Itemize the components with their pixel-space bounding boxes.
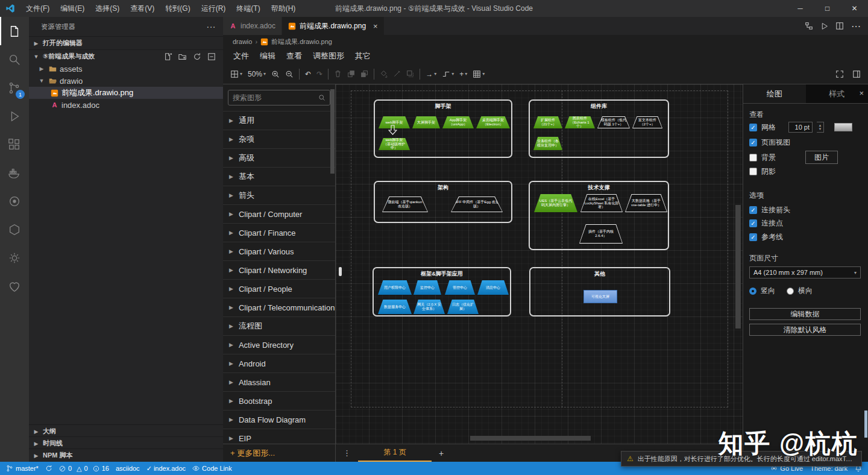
- shape-category[interactable]: ▶ Android: [223, 354, 335, 373]
- code-link-item[interactable]: Code Link: [192, 465, 232, 472]
- new-folder-icon[interactable]: [178, 52, 187, 61]
- shape-category[interactable]: ▶ 杂项: [223, 130, 335, 148]
- shape-category[interactable]: ▶ Active Directory: [223, 335, 335, 354]
- zoom-out-icon[interactable]: [285, 70, 294, 78]
- drawio-menu-item[interactable]: 查看: [281, 49, 307, 63]
- tab-index-adoc[interactable]: A index.adoc: [223, 17, 282, 35]
- menu-item[interactable]: 转到(G): [160, 0, 195, 17]
- clear-default-style-button[interactable]: 清除默认风格: [749, 324, 861, 336]
- diagram-shape[interactable]: 模板组件（低代码版 1个+）: [597, 116, 630, 128]
- diagram-shape[interactable]: 富文本组件（2个+）: [632, 116, 662, 128]
- diagram-shape[interactable]: App脚手架（uniApp）: [442, 116, 474, 128]
- gitlens-icon[interactable]: [0, 272, 29, 300]
- close-icon[interactable]: ✕: [841, 0, 868, 17]
- tree-item-index-adoc[interactable]: A index.adoc: [29, 99, 223, 111]
- portrait-radio[interactable]: [749, 288, 756, 295]
- shapes-scrollbar[interactable]: [330, 89, 335, 174]
- canvas-vertical-scrollbar[interactable]: [735, 205, 741, 329]
- drawio-toggle-icon[interactable]: [805, 22, 813, 30]
- npm-scripts-section[interactable]: ▶ NPM 脚本: [29, 448, 223, 462]
- add-page-icon[interactable]: +: [439, 448, 444, 458]
- shape-category[interactable]: ▶ EIP: [223, 429, 335, 444]
- panel-collapse-handle[interactable]: [339, 267, 342, 276]
- workspace-section[interactable]: ▼ ⑤前端成果与成效: [29, 49, 223, 63]
- shape-category[interactable]: ▶ Atlassian: [223, 373, 335, 391]
- minimize-icon[interactable]: ─: [787, 0, 814, 17]
- diagram-shape[interactable]: 在线Excel（基于LuckySheet 私有化部署）: [580, 194, 623, 212]
- shape-category[interactable]: ▶ Clipart / People: [223, 279, 335, 298]
- page-tab-1[interactable]: 第 1 页: [358, 444, 432, 462]
- background-image-button[interactable]: 图片: [805, 151, 838, 164]
- git-branch-item[interactable]: master*: [6, 465, 39, 472]
- menu-item[interactable]: 文件(F): [20, 0, 55, 17]
- tree-item-assets[interactable]: ▶ assets: [29, 63, 223, 75]
- outline-section[interactable]: ▶ 大纲: [29, 424, 223, 438]
- diagram-shape[interactable]: 监控中心: [414, 280, 441, 295]
- toggle-format-panel-icon[interactable]: [852, 70, 861, 78]
- diagram-shape[interactable]: 日志（优化扩展）: [447, 300, 479, 314]
- maximize-icon[interactable]: □: [814, 0, 841, 17]
- more-shapes-button[interactable]: + 更多图形...: [223, 444, 336, 462]
- grid-checkbox[interactable]: ✓: [749, 124, 757, 131]
- diagram-shape[interactable]: 业务组件（各模块复用中）: [533, 137, 562, 150]
- page-view-checkbox[interactable]: ✓: [749, 139, 757, 146]
- canvas-horizontal-scrollbar[interactable]: [470, 436, 591, 441]
- diagram-shape[interactable]: 扩展组件（21个+）: [533, 116, 562, 128]
- background-checkbox[interactable]: [749, 154, 757, 162]
- drawio-menu-item[interactable]: 文件: [228, 49, 254, 63]
- zoom-dropdown[interactable]: 50%▾: [248, 70, 266, 78]
- insert-icon[interactable]: +▾: [459, 70, 467, 78]
- table-icon[interactable]: ▾: [473, 70, 485, 78]
- tree-item-drawio-png[interactable]: 前端成果.drawio.png: [29, 87, 223, 99]
- shape-category[interactable]: ▶ 高级: [223, 148, 335, 167]
- shape-category[interactable]: ▶ Clipart / Telecommunication: [223, 298, 335, 316]
- connection-style-icon[interactable]: →▾: [426, 70, 436, 78]
- shape-category[interactable]: ▶ Clipart / Finance: [223, 223, 335, 242]
- drawio-menu-item[interactable]: 调整图形: [307, 49, 350, 63]
- shape-category[interactable]: ▶ Data Flow Diagram: [223, 410, 335, 429]
- shape-search-input[interactable]: [233, 93, 318, 102]
- view-grid-icon[interactable]: ▾: [230, 70, 242, 78]
- menu-item[interactable]: 查看(V): [125, 0, 160, 17]
- diagram-shape[interactable]: 大屏脚手架: [412, 116, 440, 128]
- tab-drawio-png[interactable]: 前端成果.drawio.png ×: [282, 17, 385, 35]
- menu-item[interactable]: 编辑(E): [55, 0, 90, 17]
- tab-diagram[interactable]: 绘图: [743, 84, 806, 103]
- menu-item[interactable]: 帮助(H): [266, 0, 301, 17]
- more-actions-icon[interactable]: ⋯: [851, 20, 861, 32]
- tree-item-drawio[interactable]: ▼ drawio: [29, 75, 223, 87]
- split-editor-icon[interactable]: [835, 22, 844, 30]
- diagram-group-components[interactable]: 组件库 扩展组件（21个+） 图表组件（Echarts 1个） 模板组件（低代码…: [529, 99, 669, 158]
- language-mode[interactable]: asciidoc: [116, 465, 140, 472]
- to-front-icon[interactable]: [347, 70, 355, 78]
- tab-close-icon[interactable]: ×: [373, 22, 378, 31]
- line-color-icon[interactable]: [393, 70, 401, 78]
- landscape-radio[interactable]: [787, 288, 794, 295]
- menu-item[interactable]: 终端(T): [231, 0, 265, 17]
- source-control-icon[interactable]: 1: [0, 74, 29, 102]
- diagram-shape[interactable]: 数据服务中心: [378, 300, 412, 314]
- diagram-shape[interactable]: 桌面端脚手架（Electron）: [476, 116, 510, 128]
- connect-arrows-checkbox[interactable]: ✓: [749, 206, 757, 214]
- docker-icon[interactable]: [0, 159, 29, 187]
- diagram-shape[interactable]: 网关（2.0.X 安全体系）: [414, 300, 445, 314]
- grid-color-swatch[interactable]: [834, 123, 852, 131]
- format-panel-scrollbar[interactable]: [864, 411, 867, 438]
- guides-checkbox[interactable]: ✓: [749, 233, 757, 241]
- collapse-all-icon[interactable]: [207, 52, 216, 61]
- close-panel-icon[interactable]: ×: [859, 89, 864, 98]
- fill-color-icon[interactable]: [380, 70, 388, 78]
- run-debug-icon[interactable]: [0, 102, 29, 130]
- shape-category[interactable]: ▶ Clipart / Computer: [223, 204, 335, 223]
- waypoint-style-icon[interactable]: ▾: [442, 70, 454, 78]
- to-back-icon[interactable]: [360, 70, 368, 78]
- shadow-icon[interactable]: [406, 70, 414, 78]
- run-file-icon[interactable]: [820, 22, 828, 30]
- pages-menu-icon[interactable]: ⋮: [336, 448, 358, 458]
- drawio-canvas[interactable]: 脚手架 web脚手架 大屏脚手架 App脚手架（uniApp） 桌面端脚手架（E…: [336, 84, 743, 444]
- diagram-shape[interactable]: 大数据表格（基于vxe-table 进行中）: [625, 194, 667, 212]
- grid-size-stepper[interactable]: ▲▼: [817, 122, 824, 133]
- diagram-group-tech-support[interactable]: 技术支撑 UES（基于云表低代码大屏内测引擎） 在线Excel（基于LuckyS…: [529, 181, 669, 250]
- shadow-checkbox[interactable]: [749, 168, 757, 175]
- edit-data-button[interactable]: 编辑数据: [749, 308, 861, 320]
